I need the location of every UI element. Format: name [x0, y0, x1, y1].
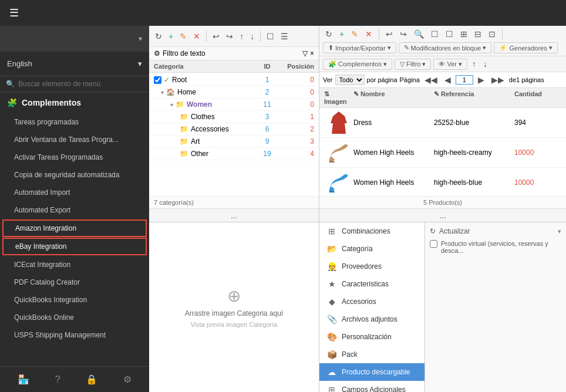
page-next-button[interactable]: ▶ [476, 74, 487, 86]
help-icon[interactable]: ? [55, 374, 60, 385]
accessories-pos: 2 [279, 125, 314, 133]
product-row-heels-blue[interactable]: Women High Heels high-heels-blue 10000 [319, 168, 566, 196]
product-row-heels-beige[interactable]: Women High Heels high-heels-creamy 10000 [319, 138, 566, 168]
products-sort2-button[interactable]: ⊟ [472, 28, 484, 40]
products-add-button[interactable]: + [337, 28, 346, 40]
language-selector[interactable]: English ▾ [0, 52, 149, 76]
edit-button[interactable]: ✎ [177, 31, 189, 42]
products-copy2-button[interactable]: ↪ [397, 28, 409, 40]
sort-down-button[interactable]: ↓ [248, 31, 257, 42]
delete-button[interactable]: ✕ [191, 31, 203, 42]
menu-combinaciones[interactable]: ⊞ Combinaciones [319, 222, 424, 240]
tree-row-clothes[interactable]: 📁 Clothes 3 1 [149, 111, 319, 123]
menu-campos-adicionales[interactable]: ⊞ Campos Adicionales [319, 381, 424, 392]
caracteristicas-icon: ★ [326, 279, 337, 289]
filter-down-icon[interactable]: ▽ [302, 49, 308, 58]
menu-proveedores[interactable]: 👷 Proveedores [319, 258, 424, 275]
products-box1-button[interactable]: ☐ [429, 28, 441, 40]
sidebar-item-copia[interactable]: Copia de seguridad automatizada [0, 166, 149, 184]
filtro-icon: ▽ [400, 60, 405, 68]
modifiers-button[interactable]: ✎ Modificadores en bloque ▾ [399, 42, 492, 53]
products-edit-button[interactable]: ✎ [349, 28, 361, 40]
sidebar-item-pdf[interactable]: PDF Catalog Creator [0, 273, 149, 291]
virtual-product-checkbox[interactable] [430, 240, 437, 248]
sidebar-item-icecat[interactable]: ICEcat Integration [0, 256, 149, 273]
generators-button[interactable]: ⚡ Generadores ▾ [494, 42, 557, 53]
sidebar-item-quickbooks-online[interactable]: QuickBooks Online [0, 309, 149, 326]
products-more[interactable]: ... [319, 208, 566, 222]
gear-icon[interactable]: ⚙ [123, 374, 132, 385]
sidebar-item-ebay[interactable]: eBay Integration [2, 238, 147, 255]
tree-row-women[interactable]: ▾ 📁 Women 11 0 [149, 99, 319, 111]
sidebar-item-abrir[interactable]: Abrir Ventana de Tareas Progra... [0, 131, 149, 148]
product-row-dress[interactable]: Dress 25252-blue 394 [319, 108, 566, 138]
sidebar-item-tareas[interactable]: Tareas programadas [0, 113, 149, 131]
categories-more[interactable]: ... [149, 208, 319, 222]
actualizar-dropdown-icon[interactable]: ▾ [558, 228, 561, 235]
sort-right-button[interactable]: ↓ [481, 58, 490, 70]
dress-red-svg [328, 110, 349, 135]
image-drop-area[interactable]: ⊕ Arrastre imagen Categoria aquí Vista p… [149, 222, 319, 392]
categories-table-header: Categoría ID Posición [149, 60, 319, 73]
tree-row-other[interactable]: 📁 Other 19 4 [149, 148, 319, 160]
menu-pack[interactable]: 📦 Pack [319, 346, 424, 363]
pack-label: Pack [342, 350, 358, 359]
shop-selector[interactable]: ▾ [0, 26, 149, 52]
hamburger-menu[interactable]: ☰ [5, 4, 23, 22]
sidebar-item-activar[interactable]: Activar Tareas Programadas [0, 148, 149, 166]
tree-row-accessories[interactable]: 📁 Accessories 6 2 [149, 123, 319, 136]
lock-icon[interactable]: 🔒 [86, 374, 97, 385]
home-toggle-icon[interactable]: ▾ [161, 89, 164, 96]
women-toggle-icon[interactable]: ▾ [170, 102, 173, 108]
shop-footer-icon[interactable]: 🏪 [18, 374, 29, 385]
import-export-button[interactable]: ⬆ Importar/Exportar ▾ [323, 42, 396, 53]
list-button[interactable]: ☰ [278, 31, 291, 42]
menu-producto-descargable[interactable]: ☁ Producto descargable [319, 363, 424, 381]
ver-button[interactable]: 👁 Ver ▾ [433, 59, 467, 70]
filtro-button[interactable]: ▽ Filtro ▾ [395, 59, 431, 70]
menu-accesorios[interactable]: ◆ Accesorios [319, 293, 424, 310]
page-input[interactable] [456, 75, 473, 85]
page-last-button[interactable]: ▶▶ [489, 74, 507, 86]
search-input[interactable] [18, 80, 143, 88]
menu-caracteristicas[interactable]: ★ Características [319, 275, 424, 293]
per-page-select[interactable]: Todo 10 20 50 [335, 75, 365, 85]
name-col-label: Nombre [361, 90, 385, 97]
refresh-button[interactable]: ↻ [153, 31, 164, 42]
sidebar-item-quickbooks[interactable]: QuickBooks Integration [0, 291, 149, 309]
menu-archivos[interactable]: 📎 Archivos adjuntos [319, 310, 424, 328]
products-copy-button[interactable]: ↩ [383, 28, 395, 40]
root-pos: 0 [279, 76, 314, 84]
menu-categoria[interactable]: 📂 Categoría [319, 240, 424, 258]
product-ref-dress: 25252-blue [434, 119, 514, 127]
actualizar-button[interactable]: ↻ Actualizar [430, 227, 470, 235]
sidebar-item-automated-export[interactable]: Automated Export [0, 201, 149, 219]
page-first-button[interactable]: ◀◀ [422, 74, 440, 86]
tree-row-home[interactable]: ▾ 🏠 Home 2 0 [149, 86, 319, 99]
sidebar-item-usps[interactable]: USPS Shipping Management [0, 326, 149, 344]
tree-row-root[interactable]: ✓ Root 1 0 [149, 74, 319, 86]
add-button[interactable]: + [166, 31, 176, 42]
products-sort3-button[interactable]: ⊡ [486, 28, 498, 40]
filter-text: Filtro de texto [163, 49, 205, 58]
products-box2-button[interactable]: ☐ [443, 28, 456, 40]
tree-row-art[interactable]: 📁 Art 9 3 [149, 136, 319, 148]
menu-personalizacion[interactable]: 🎨 Personalización [319, 328, 424, 346]
sort-left-button[interactable]: ↑ [470, 58, 479, 70]
sort-up-button[interactable]: ↑ [237, 31, 246, 42]
sidebar-item-automated-import[interactable]: Automated Import [0, 184, 149, 201]
products-search-button[interactable]: 🔍 [412, 28, 426, 40]
complementos-button[interactable]: 🧩 Complementos ▾ [323, 59, 392, 70]
copy-right-button[interactable]: ↪ [224, 31, 235, 42]
root-checkbox[interactable] [154, 76, 161, 84]
products-sort-button[interactable]: ⊞ [458, 28, 470, 40]
copy-left-button[interactable]: ↩ [210, 31, 222, 42]
sidebar-item-amazon[interactable]: Amazon Integration [2, 219, 147, 237]
page-prev-button[interactable]: ◀ [442, 74, 453, 86]
filter-clear-icon[interactable]: × [310, 49, 314, 58]
box-button[interactable]: ☐ [264, 31, 277, 42]
col-name-header: ✎ Nombre [353, 90, 434, 105]
products-delete-button[interactable]: ✕ [363, 28, 375, 40]
products-refresh-button[interactable]: ↻ [323, 28, 335, 40]
complementos-icon: 🧩 [328, 60, 336, 68]
